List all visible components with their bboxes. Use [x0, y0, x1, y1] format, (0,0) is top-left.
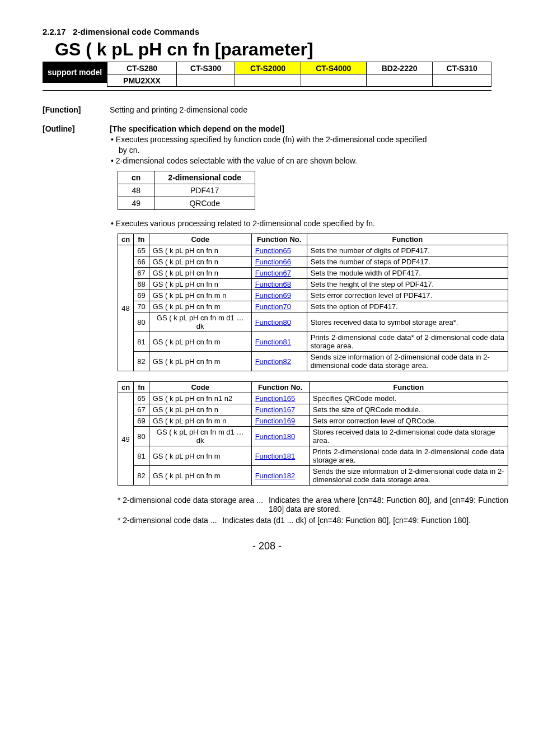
cell: 65	[134, 393, 149, 404]
cell: Prints 2-dimensional code data* of 2-dim…	[307, 332, 508, 352]
definitions: [Function] Setting and printing 2-dimens…	[43, 105, 491, 525]
support-model-label: support model	[43, 62, 107, 83]
cell: 69	[134, 290, 149, 301]
table-row: cn fn Code Function No. Function	[118, 234, 508, 245]
cell: Function No.	[251, 234, 307, 245]
table-row: 48 PDF417	[118, 184, 255, 197]
cell: GS ( k pL pH cn fn m	[149, 352, 251, 371]
function-link[interactable]: Function182	[255, 472, 296, 480]
table-row: 48 65 GS ( k pL pH cn fn n Function65 Se…	[118, 245, 508, 256]
support-model-table: CT-S280 CT-S300 CT-S2000 CT-S4000 BD2-22…	[107, 62, 491, 87]
function-link[interactable]: Function69	[255, 291, 291, 300]
footnote-key: * 2-dimensional code data ...	[118, 516, 217, 525]
cell: BD2-2220	[366, 62, 433, 74]
section-num: 2.2.17	[43, 27, 66, 36]
section-title: 2-dimensional code Commands	[73, 27, 199, 36]
cell: GS ( k pL pH cn fn n	[149, 256, 251, 268]
function-link[interactable]: Function169	[255, 417, 296, 425]
cell: GS ( k pL pH cn fn n1 n2	[149, 393, 251, 404]
table-row: PMU2XXX	[107, 74, 491, 87]
cell: 49	[118, 197, 154, 210]
table-row: 67 GS ( k pL pH cn fn n Function167 Sets…	[118, 404, 508, 416]
function-link[interactable]: Function165	[255, 394, 296, 403]
function-link[interactable]: Function67	[255, 269, 291, 277]
footnote-1: * 2-dimensional code data storage area .…	[118, 496, 508, 514]
cell: fn	[134, 382, 149, 393]
table-row: cn fn Code Function No. Function	[118, 382, 508, 393]
cell: 67	[134, 268, 149, 279]
cell: 70	[134, 301, 149, 312]
support-model-bar: support model CT-S280 CT-S300 CT-S2000 C…	[43, 62, 491, 87]
cell: Sets the size of QRCode module.	[309, 404, 508, 416]
cell: Sets error correction level of QRCode.	[309, 416, 508, 427]
cell: cn	[118, 171, 154, 184]
cell: 49	[118, 393, 134, 486]
cell: GS ( k pL pH cn fn m n	[149, 290, 251, 301]
cell: Sends the size information of 2-dimensio…	[309, 466, 508, 486]
function-link[interactable]: Function180	[255, 432, 296, 441]
cell	[235, 74, 301, 87]
cell: Prints 2-dimensional code data in 2-dime…	[309, 446, 508, 466]
cell: GS ( k pL pH cn fn m	[149, 301, 251, 312]
cell: cn	[118, 382, 134, 393]
function-link[interactable]: Function181	[255, 452, 296, 460]
cell: GS ( k pL pH cn fn m n	[149, 416, 251, 427]
outline-body: [The specification which depend on the m…	[110, 124, 508, 525]
cell: 81	[134, 446, 149, 466]
cell: PDF417	[154, 184, 255, 197]
cell: 2-dimensional code	[154, 171, 255, 184]
cell	[301, 74, 366, 87]
cell: CT-S280	[107, 62, 177, 74]
cell: 65	[134, 245, 149, 256]
bullet: • Executes various processing related to…	[110, 219, 508, 228]
cell	[433, 74, 491, 87]
function-table-48: cn fn Code Function No. Function 48 65 G…	[118, 234, 508, 371]
function-link[interactable]: Function66	[255, 258, 291, 266]
cell: Stores received data to 2-dimensional co…	[309, 427, 508, 446]
cell: 48	[118, 245, 134, 371]
table-row: 67 GS ( k pL pH cn fn n Function67 Sets …	[118, 268, 508, 279]
function-link[interactable]: Function68	[255, 280, 291, 288]
cell: 82	[134, 466, 149, 486]
cell: Sets the height of the step of PDF417.	[307, 279, 508, 290]
table-row: 68 GS ( k pL pH cn fn n Function68 Sets …	[118, 279, 508, 290]
cell: GS ( k pL pH cn fn n	[149, 279, 251, 290]
cell: 81	[134, 332, 149, 352]
cell: fn	[134, 234, 149, 245]
bullet: • 2-dimensional codes selectable with th…	[110, 156, 508, 165]
table-row: 49 65 GS ( k pL pH cn fn n1 n2 Function1…	[118, 393, 508, 404]
function-link[interactable]: Function70	[255, 302, 291, 311]
bullet: • Executes processing specified by funct…	[110, 135, 508, 144]
cell: Function	[309, 382, 508, 393]
function-link[interactable]: Function82	[255, 357, 291, 366]
cell: GS ( k pL pH cn fn n	[149, 245, 251, 256]
table-row: cn 2-dimensional code	[118, 171, 255, 184]
outline-subtitle: [The specification which depend on the m…	[110, 124, 508, 133]
cell: 67	[134, 404, 149, 416]
cell	[176, 74, 235, 87]
cell: Specifies QRCode model.	[309, 393, 508, 404]
cell: CT-S300	[176, 62, 235, 74]
cell: Sets the module width of PDF417.	[307, 268, 508, 279]
table-row: 80 GS ( k pL pH cn fn m d1 … dk Function…	[118, 427, 508, 446]
cell: Code	[149, 382, 251, 393]
footnote-key: * 2-dimensional code data storage area .…	[118, 496, 263, 505]
table-row: 66 GS ( k pL pH cn fn n Function66 Sets …	[118, 256, 508, 268]
cell: 69	[134, 416, 149, 427]
cell: Sets error correction level of PDF417.	[307, 290, 508, 301]
function-link[interactable]: Function81	[255, 338, 291, 346]
table-row: 69 GS ( k pL pH cn fn m n Function69 Set…	[118, 290, 508, 301]
divider	[43, 90, 491, 91]
cell: 68	[134, 279, 149, 290]
outline-key: [Outline]	[43, 124, 110, 525]
function-link[interactable]: Function80	[255, 318, 291, 326]
function-link[interactable]: Function65	[255, 246, 291, 255]
table-row: 81 GS ( k pL pH cn fn m Function81 Print…	[118, 332, 508, 352]
page-number: - 208 -	[43, 540, 491, 552]
function-link[interactable]: Function167	[255, 405, 296, 414]
table-row: 69 GS ( k pL pH cn fn m n Function169 Se…	[118, 416, 508, 427]
cell: cn	[118, 234, 134, 245]
cell: Function	[307, 234, 508, 245]
cell: Sets the number of digits of PDF417.	[307, 245, 508, 256]
cell: GS ( k pL pH cn fn n	[149, 404, 251, 416]
